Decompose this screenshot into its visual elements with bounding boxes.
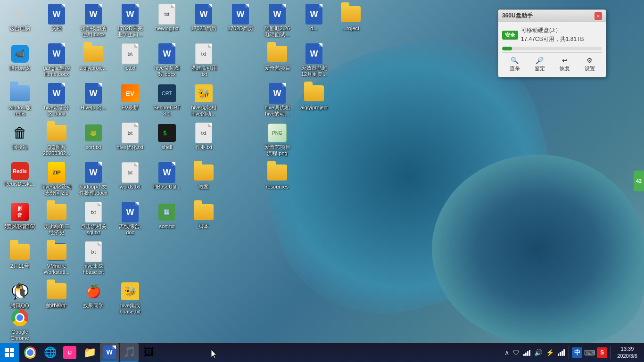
windows-logo (5, 348, 14, 357)
icon-tencent-meeting[interactable]: 📹 腾讯会议 (2, 41, 38, 73)
icon-model[interactable]: W 摆斗模型的使用.docx (75, 2, 111, 40)
icon-ip-txt[interactable]: txt ip.txt (112, 41, 148, 73)
icon-hive-zip[interactable]: ZIP hive优化及动态分区.zip (39, 160, 74, 198)
popup-actions: 🔍 查杀 🔎 鉴定 ↩ 恢复 ⚙ 设置 (502, 52, 602, 73)
icon-build-guide[interactable]: txt 搭建高可用.txt (186, 41, 222, 79)
taskbar-word[interactable]: W (100, 343, 119, 362)
icon-702d-resume2[interactable]: W 1702D简历 (223, 2, 258, 33)
tray-security[interactable]: 🛡 (512, 348, 520, 357)
popup-drive-bar (502, 47, 602, 50)
popup-360: 360U盘助手 × 安全 可移动硬盘(J:） 17.47CB可用，共1.81TB… (498, 9, 606, 77)
popup-action-appraise[interactable]: 🔎 鉴定 (533, 56, 547, 73)
icon-jecase[interactable]: 教案 (186, 160, 222, 192)
icon-words-txt[interactable]: txt words.txt (112, 160, 148, 192)
icon-qq-pic[interactable]: QQ图片20200302... (39, 121, 74, 158)
icon-sort2[interactable]: 🔣 sort.txt (149, 200, 185, 231)
tray-divider (569, 346, 569, 359)
tray-divider2 (610, 346, 611, 359)
popup-action-restore[interactable]: ↩ 恢复 (558, 56, 572, 73)
popup-safe-row: 安全 可移动硬盘(J:） 17.47CB可用，共1.81TB (502, 26, 602, 44)
icon-aiqiyi226[interactable]: W 阿酷旺2.26电话面试... (259, 2, 295, 40)
popup-body: 安全 可移动硬盘(J:） 17.47CB可用，共1.81TB 🔍 查杀 🔎 鉴定… (498, 22, 606, 77)
icon-resources[interactable]: resources (259, 160, 295, 192)
popup-drive-fill (502, 47, 512, 50)
icon-hive-flow[interactable]: W hive调优相hive的动... (259, 81, 295, 119)
popup-action-kill[interactable]: 🔍 查杀 (508, 56, 522, 73)
tray-expand[interactable]: ∧ (504, 348, 510, 357)
taskbar-idea[interactable]: IJ (60, 343, 79, 362)
taskbar-chrome[interactable] (21, 343, 40, 362)
edge-360-button[interactable]: 42 (634, 171, 644, 191)
icon-homework[interactable]: txt 作业.txt (186, 121, 222, 152)
icon-aiqiyi-project[interactable]: aiqiyiproje... (75, 41, 111, 73)
ime-area[interactable]: 中 ⌨ (572, 347, 595, 358)
popup-title-bar: 360U盘助手 × (498, 10, 606, 22)
icon-sort-txt[interactable]: 🐸 sort.txt (75, 121, 111, 152)
tray-battery[interactable]: ⚡ (545, 348, 555, 357)
icon-shell[interactable]: $_ shell (149, 121, 185, 152)
icon-702d-resume[interactable]: W 1702D简历 (186, 2, 222, 33)
popup-close-button[interactable]: × (594, 12, 602, 20)
tray-signal[interactable] (557, 348, 566, 357)
icon-hivebase-txt[interactable]: txt hive集成hbase.txt (75, 239, 111, 277)
icon-feb11[interactable]: 2月11号 (2, 239, 38, 271)
icon-qq[interactable]: 🐧 腾讯QQ (2, 279, 38, 311)
ime-keyboard: ⌨ (584, 348, 595, 357)
icon-tiansha[interactable]: W 天效器马超12月重资... (296, 41, 332, 79)
icon-computer[interactable]: 🖥 这台电脑 (2, 2, 38, 33)
taskbar-explorer[interactable]: 📁 (80, 343, 99, 362)
ime-360[interactable]: S (597, 347, 607, 358)
icon-doc2[interactable]: W d... (296, 2, 332, 33)
popup-action-settings[interactable]: ⚙ 设置 (583, 56, 597, 73)
taskbar-tray: ∧ 🛡 🔊 ⚡ (504, 343, 644, 362)
tray-volume[interactable]: 🔊 (533, 348, 543, 357)
icon-mr[interactable]: mr (39, 239, 74, 271)
icon-window-redis[interactable]: window版redis (2, 81, 38, 119)
icon-hbase-util[interactable]: W HBaseUtil... (149, 160, 185, 192)
icon-hadoop-word[interactable]: W hadoop小文件处理.docx (75, 160, 111, 198)
icon-recycle[interactable]: 🗑 回收站 (2, 121, 38, 152)
icon-movie[interactable]: 影音 姜风影音16 (2, 200, 38, 231)
taskbar: 🌐 IJ 📁 W 🎵 🖼 ∧ 🛡 (0, 343, 644, 362)
taskbar-photo[interactable]: 🖼 (140, 343, 158, 362)
icon-hive-opt2[interactable]: txt hive优化.txt (112, 121, 148, 152)
icon-day8[interactable]: day8 (39, 200, 74, 231)
system-tray: ∧ 🛡 🔊 ⚡ (504, 346, 611, 359)
icon-project2[interactable]: ...roject (333, 2, 369, 33)
icon-hive-opt-txt[interactable]: 🐝 hive优化相hive的动... (186, 81, 222, 119)
popup-title: 360U盘助手 (502, 12, 533, 20)
icon-script2[interactable]: 脚本 (186, 200, 222, 231)
safe-badge: 安全 (502, 31, 518, 40)
icon-newlog[interactable]: txt newlog.txt (149, 2, 185, 33)
icon-702d-unfinish[interactable]: W 1702D未完业学生间... (112, 2, 148, 40)
icon-hive12[interactable]: W Hive(1.2)... (75, 81, 111, 113)
icon-hive-hbase[interactable]: 🐝 hive集成hbase.txt (112, 279, 148, 317)
taskbar-icons: 🌐 IJ 📁 W 🎵 🖼 (19, 343, 160, 362)
icon-ev-record[interactable]: EV EV录屏 (112, 81, 148, 113)
icon-mrbean[interactable]: mrbean (39, 279, 74, 311)
icon-google-chrome[interactable]: GoogleChrome (2, 305, 38, 343)
icon-aiqiyi-proj2[interactable]: 爱奇艺项目 (259, 41, 295, 73)
icon-doc[interactable]: W 文档 (39, 2, 74, 33)
icon-redis-desktop[interactable]: Redis RedisDeskt... (2, 160, 38, 189)
icon-offline-doc[interactable]: W 离线综合.doc (112, 200, 148, 238)
ime-zh[interactable]: 中 (572, 347, 582, 358)
taskbar-music[interactable]: 🎵 (120, 343, 139, 362)
start-button[interactable] (0, 343, 19, 362)
popup-drive-name: 可移动硬盘(J:） 17.47CB可用，共1.81TB (521, 26, 584, 44)
icon-gangjia[interactable]: W ganglia监控ilume.docx (39, 41, 74, 79)
icon-hive-dynamic[interactable]: W hive动态分区.docx (39, 81, 74, 119)
icon-hive-common[interactable]: W hive常见图数.docx (149, 41, 185, 79)
icon-aiqiyi-proj3[interactable]: aiqiyiproject (296, 81, 332, 113)
icon-click-sql[interactable]: txt 点击流相关sql.txt (75, 200, 111, 238)
icon-apple-sync2[interactable]: 🍎 蚊果同学 (75, 279, 111, 311)
icon-aiqiyi-flow-png[interactable]: PNG 爱奇艺项目流程.png (259, 121, 295, 158)
tray-network[interactable] (522, 348, 531, 357)
icon-securecrt[interactable]: CRT SecureCRT8.1 (149, 81, 185, 119)
clock[interactable]: 13:39 2020/3/6 (613, 346, 641, 360)
taskbar-ie[interactable]: 🌐 (41, 343, 59, 362)
